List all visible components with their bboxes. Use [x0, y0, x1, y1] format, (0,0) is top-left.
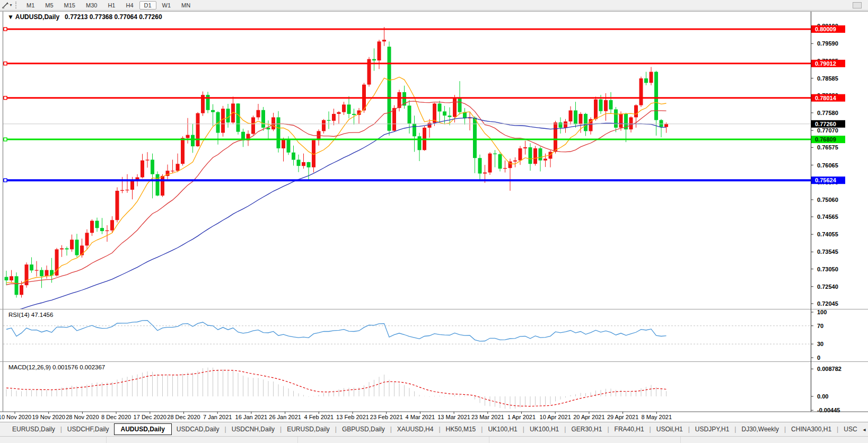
tab-usdjpy-h1[interactable]: USDJPY,H1 — [690, 424, 734, 435]
line-price-label-text: 0.75624 — [815, 177, 837, 183]
date-axis-label: 29 Apr 2021 — [607, 414, 638, 420]
tab-audusd-daily[interactable]: AUDUSD,Daily — [114, 423, 172, 435]
tab-usdcad-daily[interactable]: USDCAD,Daily — [172, 424, 224, 435]
rsi-axis-label: 100 — [817, 309, 827, 315]
date-axis-label: 13 Mar 2021 — [437, 414, 470, 420]
line-tool-glyph — [2, 2, 9, 9]
tab-uk100-h1[interactable]: UK100,H1 — [483, 424, 522, 435]
macd-axis-label: 0.008782 — [817, 366, 841, 372]
date-axis-label: 26 Jan 2021 — [269, 414, 301, 420]
price-axis-label: 0.73545 — [817, 249, 838, 255]
line-price-label-text: 0.78014 — [815, 95, 837, 101]
tab-eurusd-daily[interactable]: EURUSD,Daily — [7, 424, 60, 435]
timeframe-button-m30[interactable]: M30 — [81, 1, 102, 10]
timeframe-button-w1[interactable]: W1 — [157, 1, 176, 10]
timeframe-buttons: M1M5M15M30H1H4D1W1MN — [21, 2, 196, 8]
line-anchor-marker[interactable] — [4, 62, 7, 65]
date-axis-label: 23 Feb 2021 — [370, 414, 403, 420]
price-axis-label: 0.74055 — [817, 231, 838, 237]
tab-usdcnh-daily[interactable]: USDCNH,Daily — [227, 424, 279, 435]
price-axis-label: 0.73050 — [817, 266, 838, 272]
tab-china300-h1[interactable]: CHINA300,H1 — [786, 424, 836, 435]
chart-title: ▼ AUDUSD,Daily 0.77213 0.77368 0.77064 0… — [7, 13, 162, 21]
date-axis-label: 23 Mar 2021 — [471, 414, 504, 420]
macd-axis-label: 0.00 — [817, 393, 828, 400]
line-price-label-text: 0.76809 — [815, 136, 836, 143]
line-price-label-text: 0.79012 — [815, 60, 836, 67]
price-axis-label: 0.74565 — [817, 214, 838, 220]
tab-usdchf-daily[interactable]: USDCHF,Daily — [63, 424, 114, 435]
rsi-indicator-label: RSI(14) 47.1456 — [8, 312, 53, 318]
tab-usoil-h1[interactable]: USOil,H1 — [652, 424, 688, 435]
toolbar-more-button[interactable] — [853, 2, 862, 8]
tab-fra40-h1[interactable]: FRA40,H1 — [610, 424, 649, 435]
date-axis-label: 10 Apr 2021 — [540, 414, 571, 420]
price-axis-label: 0.72045 — [817, 300, 838, 307]
status-bar — [0, 436, 868, 443]
chart-tab-bar: EURUSD,Daily|USDCHF,DailyAUDUSD,DailyUSD… — [0, 422, 868, 436]
price-axis-label: 0.76575 — [817, 144, 838, 150]
line-anchor-marker[interactable] — [4, 179, 7, 182]
rsi-axis-label: 30 — [817, 341, 823, 347]
bid-price-label-text: 0.77260 — [815, 121, 836, 127]
timeframe-button-h4[interactable]: H4 — [121, 1, 138, 10]
tab-usc[interactable]: USC — [839, 424, 862, 435]
date-axis-label: 4 Feb 2021 — [304, 414, 334, 420]
macd-axis-label: -0.00445 — [817, 407, 840, 413]
terminal-window: ▾ M1M5M15M30H1H4D1W1MN 0.801000.795900.7… — [0, 0, 868, 443]
line-anchor-marker[interactable] — [4, 28, 7, 31]
date-axis-label: 10 Nov 2020 — [0, 414, 31, 420]
chart-area[interactable]: 0.801000.795900.790850.785850.780800.775… — [0, 11, 868, 422]
date-axis-label: 4 Mar 2021 — [406, 414, 435, 420]
timeframe-button-h1[interactable]: H1 — [103, 1, 120, 10]
price-axis-label: 0.79590 — [817, 40, 838, 47]
tab-xauusd-h4[interactable]: XAUUSD,H4 — [392, 424, 439, 435]
chart-canvas[interactable]: 0.801000.795900.790850.785850.780800.775… — [0, 11, 868, 422]
price-axis-label: 0.75060 — [817, 197, 838, 203]
timeframe-button-mn[interactable]: MN — [177, 1, 195, 10]
date-axis-label: 28 Nov 2020 — [66, 414, 99, 420]
rsi-axis-label: 70 — [817, 323, 823, 329]
date-axis-label: 28 Dec 2020 — [167, 414, 200, 420]
line-anchor-marker[interactable] — [4, 138, 7, 141]
rsi-axis-label: 0 — [817, 355, 820, 361]
status-segment — [298, 437, 489, 443]
tab-uk100-h1[interactable]: UK100,H1 — [525, 424, 564, 435]
timeframe-button-m5[interactable]: M5 — [40, 1, 58, 10]
date-axis-label: 7 Jan 2021 — [203, 414, 232, 420]
date-axis-label: 16 Jan 2021 — [235, 414, 268, 420]
date-axis-label: 8 May 2021 — [642, 414, 672, 420]
tab-dj30-weekly[interactable]: DJ30,Weekly — [737, 424, 783, 435]
macd-indicator-label: MACD(12,26,9) 0.001576 0.002367 — [8, 364, 105, 370]
date-axis-label: 13 Feb 2021 — [336, 414, 369, 420]
line-price-label-text: 0.80009 — [815, 26, 836, 32]
status-segment — [107, 437, 298, 443]
date-axis-label: 20 Apr 2021 — [573, 414, 604, 420]
date-axis-label: 17 Dec 2020 — [134, 414, 166, 420]
price-axis-label: 0.77580 — [817, 110, 838, 116]
status-segment — [489, 437, 681, 443]
timeframe-button-m15[interactable]: M15 — [59, 1, 80, 10]
dropdown-caret-icon[interactable]: ▾ — [10, 3, 12, 7]
tab-scroll-arrows-icon[interactable]: ◂▸ — [863, 427, 868, 432]
tab-eurusd-daily[interactable]: EURUSD,Daily — [282, 424, 335, 435]
date-axis-label: 8 Dec 2020 — [101, 414, 131, 420]
price-axis-label: 0.76065 — [817, 162, 838, 169]
price-axis-label: 0.72540 — [817, 283, 838, 290]
timeframe-button-d1[interactable]: D1 — [139, 1, 156, 10]
tab-gbpusd-daily[interactable]: GBPUSD,Daily — [337, 424, 390, 435]
price-axis-label: 0.77070 — [817, 127, 838, 134]
line-tool-icon[interactable]: ▾ — [0, 1, 14, 10]
timeframe-toolbar: ▾ M1M5M15M30H1H4D1W1MN — [0, 0, 868, 11]
status-segment — [0, 437, 107, 443]
timeframe-button-m1[interactable]: M1 — [22, 1, 39, 10]
price-axis-label: 0.78585 — [817, 75, 838, 82]
toolbar-grip — [15, 2, 20, 8]
date-axis-label: 1 Apr 2021 — [507, 414, 536, 420]
line-anchor-marker[interactable] — [4, 96, 7, 100]
tab-hk50-m15[interactable]: HK50,M15 — [441, 424, 481, 435]
date-axis-label: 19 Nov 2020 — [32, 414, 65, 420]
chart-background — [0, 11, 868, 422]
tab-ger30-h1[interactable]: GER30,H1 — [566, 424, 607, 435]
